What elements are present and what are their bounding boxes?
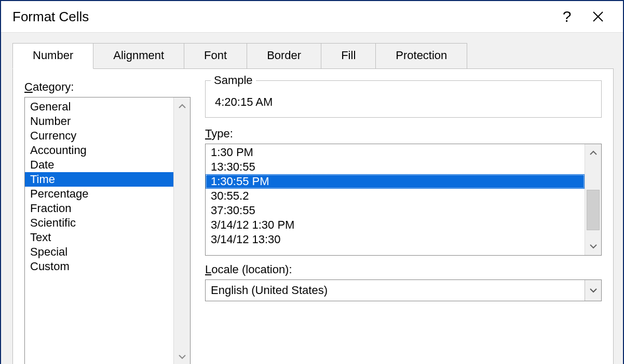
scroll-up-button[interactable] bbox=[175, 100, 189, 113]
category-item[interactable]: Date bbox=[25, 158, 173, 172]
type-items: 1:30 PM13:30:551:30:55 PM30:55.237:30:55… bbox=[206, 144, 585, 255]
scroll-down-button[interactable] bbox=[175, 350, 189, 363]
scroll-track[interactable] bbox=[174, 113, 190, 350]
type-item[interactable]: 1:30:55 PM bbox=[206, 174, 585, 189]
scroll-up-button[interactable] bbox=[586, 146, 601, 160]
type-item[interactable]: 3/14/12 1:30 PM bbox=[206, 218, 585, 232]
category-item[interactable]: Currency bbox=[25, 129, 173, 143]
tab-protection[interactable]: Protection bbox=[376, 43, 467, 69]
type-item[interactable]: 13:30:55 bbox=[206, 160, 585, 174]
sample-value: 4:20:15 AM bbox=[215, 95, 592, 109]
tab-strip: NumberAlignmentFontBorderFillProtection bbox=[1, 43, 623, 69]
dialog-title: Format Cells bbox=[12, 9, 551, 25]
dialog-body: NumberAlignmentFontBorderFillProtection … bbox=[1, 32, 623, 364]
type-label: Type: bbox=[205, 127, 602, 141]
category-item[interactable]: General bbox=[25, 100, 173, 114]
chevron-down-icon bbox=[179, 354, 186, 359]
tab-number[interactable]: Number bbox=[12, 43, 93, 69]
category-item[interactable]: Number bbox=[25, 114, 173, 129]
close-button[interactable] bbox=[582, 1, 614, 32]
locale-dropdown[interactable]: English (United States) bbox=[205, 279, 602, 301]
type-item[interactable]: 1:30 PM bbox=[206, 145, 585, 160]
type-item[interactable]: 37:30:55 bbox=[206, 203, 585, 218]
chevron-down-icon bbox=[590, 288, 597, 293]
scroll-thumb[interactable] bbox=[587, 190, 600, 230]
category-column: Category: GeneralNumberCurrencyAccountin… bbox=[24, 80, 191, 364]
category-item[interactable]: Special bbox=[25, 245, 173, 259]
close-icon bbox=[592, 11, 604, 22]
category-scrollbar[interactable] bbox=[173, 97, 190, 364]
help-button[interactable]: ? bbox=[551, 1, 582, 32]
category-item[interactable]: Time bbox=[25, 172, 173, 187]
titlebar: Format Cells ? bbox=[1, 1, 623, 32]
format-cells-dialog: Format Cells ? NumberAlignmentFontBorder… bbox=[0, 0, 624, 364]
chevron-down-icon bbox=[590, 244, 597, 249]
category-item[interactable]: Fraction bbox=[25, 201, 173, 216]
type-item[interactable]: 3/14/12 13:30 bbox=[206, 232, 585, 247]
tab-font[interactable]: Font bbox=[184, 43, 247, 69]
category-item[interactable]: Custom bbox=[25, 259, 173, 274]
locale-value: English (United States) bbox=[206, 280, 585, 301]
sample-legend: Sample bbox=[211, 74, 256, 87]
category-item[interactable]: Text bbox=[25, 230, 173, 245]
category-item[interactable]: Scientific bbox=[25, 216, 173, 230]
type-scrollbar[interactable] bbox=[585, 144, 601, 255]
category-items: GeneralNumberCurrencyAccountingDateTimeP… bbox=[25, 97, 173, 364]
chevron-up-icon bbox=[590, 150, 597, 156]
tab-alignment[interactable]: Alignment bbox=[93, 43, 184, 69]
sample-group: Sample 4:20:15 AM bbox=[205, 80, 602, 118]
scroll-down-button[interactable] bbox=[586, 240, 601, 253]
tab-fill[interactable]: Fill bbox=[321, 43, 376, 69]
category-item[interactable]: Accounting bbox=[25, 143, 173, 158]
category-label: Category: bbox=[24, 80, 191, 94]
type-item[interactable]: 30:55.2 bbox=[206, 189, 585, 203]
category-listbox[interactable]: GeneralNumberCurrencyAccountingDateTimeP… bbox=[24, 97, 191, 364]
scroll-track[interactable] bbox=[585, 160, 601, 240]
chevron-up-icon bbox=[179, 104, 186, 109]
locale-dropdown-button[interactable] bbox=[585, 280, 601, 301]
tab-border[interactable]: Border bbox=[247, 43, 321, 69]
category-item[interactable]: Percentage bbox=[25, 187, 173, 201]
locale-label: Locale (location): bbox=[205, 263, 602, 276]
tab-panel-number: Category: GeneralNumberCurrencyAccountin… bbox=[12, 68, 614, 364]
type-listbox[interactable]: 1:30 PM13:30:551:30:55 PM30:55.237:30:55… bbox=[205, 144, 602, 256]
details-column: Sample 4:20:15 AM Type: 1:30 PM13:30:551… bbox=[205, 80, 602, 364]
